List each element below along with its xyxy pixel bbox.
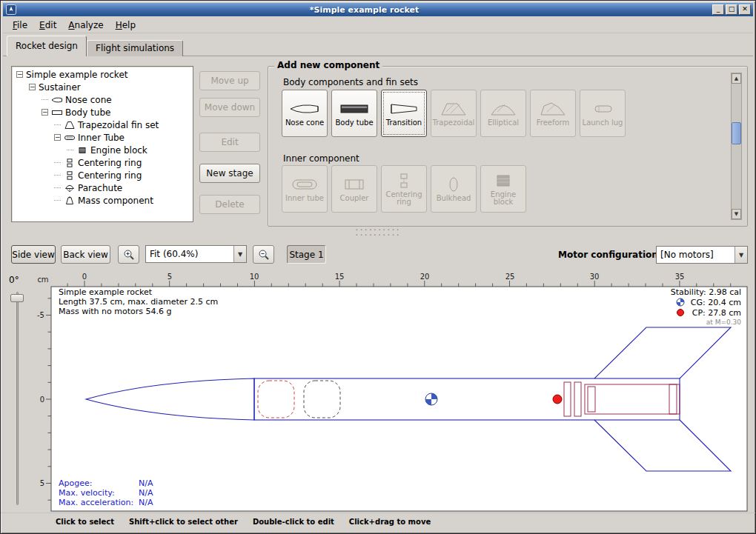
- move-up-button[interactable]: Move up: [199, 71, 260, 90]
- nosecone-icon: [51, 96, 63, 104]
- component-button-label: Body tube: [335, 119, 373, 127]
- tree-item-label: Parachute: [78, 183, 122, 193]
- tree-item-parachute[interactable]: Parachute: [12, 181, 193, 194]
- component-button-label: Freeform: [537, 119, 570, 127]
- component-tree[interactable]: −Simple example rocket−SustainerNose con…: [11, 66, 193, 222]
- motor-configuration-select[interactable]: [No motors] ▼: [656, 246, 748, 264]
- body-tube-button[interactable]: Body tube: [331, 90, 377, 137]
- tree-item-engine-block[interactable]: Engine block: [12, 144, 193, 156]
- fin-icon: [64, 121, 76, 130]
- freeform-button[interactable]: Freeform: [530, 90, 576, 137]
- rotation-slider-thumb[interactable]: [10, 294, 24, 302]
- innertube-icon: [288, 176, 321, 193]
- menu-help[interactable]: Help: [110, 18, 142, 33]
- apogee-label: Apogee:: [59, 478, 92, 488]
- max-acceleration-label: Max. acceleration:: [59, 498, 133, 507]
- tree-item-inner-tube[interactable]: −Inner Tube: [12, 131, 193, 144]
- add-component-group: Add new component Body components and fi…: [268, 66, 748, 227]
- tree-item-label: Mass component: [78, 196, 153, 206]
- rocket-figure[interactable]: cm 0 5 10 15 20 25 30 35 -5 0 5: [35, 271, 748, 512]
- maximize-button[interactable]: □: [726, 4, 737, 15]
- tree-expander-icon[interactable]: −: [16, 71, 23, 78]
- minimize-button[interactable]: _: [712, 4, 724, 15]
- max-velocity-label: Max. velocity:: [59, 488, 115, 498]
- split-pane-grip[interactable]: ····················: [1, 227, 755, 239]
- ruler-unit-label: cm: [37, 276, 48, 284]
- scrollbar-track[interactable]: [732, 84, 741, 209]
- tree-item-trapezoidal-fin-set[interactable]: Trapezoidal fin set: [12, 119, 193, 131]
- tree-item-label: Nose cone: [65, 95, 112, 105]
- trapezoidal-button[interactable]: Trapezoidal: [431, 90, 477, 137]
- figure-canvas[interactable]: [51, 287, 747, 511]
- tree-expander-icon[interactable]: −: [54, 134, 61, 141]
- bulkhead-button[interactable]: Bulkhead: [431, 165, 477, 213]
- scroll-down-icon[interactable]: ▼: [732, 209, 741, 219]
- freeform-icon: [537, 100, 569, 118]
- status-hint: Double-click to edit: [253, 518, 334, 532]
- zoom-in-button[interactable]: [118, 245, 139, 264]
- bulkhead-icon: [437, 176, 470, 193]
- component-button-label: Transition: [386, 119, 422, 127]
- side-view-button[interactable]: Side view: [11, 245, 56, 264]
- tree-item-body-tube[interactable]: −Body tube: [12, 106, 193, 119]
- h-tick-label: 20: [420, 273, 430, 281]
- close-button[interactable]: ✕: [739, 4, 751, 15]
- stage-1-toggle[interactable]: Stage 1: [287, 245, 326, 264]
- trapezoidal-icon: [437, 100, 470, 118]
- coupler-button[interactable]: Coupler: [331, 165, 377, 213]
- cp-value-label: CP: 27.8 cm: [692, 308, 741, 318]
- scrollbar[interactable]: ▲ ▼: [731, 73, 742, 220]
- elliptical-button[interactable]: Elliptical: [480, 90, 526, 137]
- zoom-select[interactable]: Fit (60.4%) ▼: [145, 245, 247, 263]
- tree-item-label: Body tube: [65, 107, 110, 118]
- engine-block-button[interactable]: Engine block: [480, 165, 526, 213]
- title-bar[interactable]: *Simple example rocket _ □ ✕: [3, 3, 753, 16]
- transition-icon: [388, 100, 420, 118]
- transition-button[interactable]: Transition: [381, 90, 427, 137]
- component-button-label: Trapezoidal: [433, 119, 475, 127]
- menu-edit[interactable]: Edit: [33, 18, 62, 33]
- app-icon[interactable]: [6, 4, 16, 15]
- rotation-slider[interactable]: [16, 292, 19, 505]
- horizontal-ruler: [35, 271, 748, 287]
- component-button-label: Engine block: [483, 191, 524, 207]
- chevron-down-icon[interactable]: ▼: [233, 246, 246, 262]
- cg-marker: [425, 393, 437, 405]
- tab-flight-simulations[interactable]: Flight simulations: [87, 40, 183, 56]
- inner-tube-button[interactable]: Inner tube: [282, 165, 328, 213]
- tree-item-centering-ring[interactable]: Centering ring: [12, 169, 193, 181]
- tree-expander-icon[interactable]: −: [29, 84, 36, 90]
- scrollbar-thumb[interactable]: [732, 122, 741, 144]
- back-view-button[interactable]: Back view: [61, 245, 110, 264]
- scroll-up-icon[interactable]: ▲: [732, 73, 741, 84]
- mass-icon: [64, 196, 76, 205]
- tab-rocket-design[interactable]: Rocket design: [7, 36, 87, 56]
- tree-item-sustainer[interactable]: −Sustainer: [12, 81, 193, 93]
- tree-item-simple-example-rocket[interactable]: −Simple example rocket: [12, 68, 193, 81]
- nose-cone-button[interactable]: Nose cone: [282, 90, 328, 137]
- tree-connector: [54, 124, 61, 125]
- new-stage-button[interactable]: New stage: [199, 164, 260, 183]
- rocket-mass-label: Mass with no motors 54.6 g: [59, 307, 171, 316]
- centeringring-icon: [64, 171, 76, 180]
- centering-ring-button[interactable]: Centering ring: [381, 165, 427, 213]
- chevron-down-icon[interactable]: ▼: [735, 247, 747, 263]
- launch-lug-button[interactable]: Launch lug: [580, 90, 626, 137]
- apogee-value: N/A: [139, 478, 153, 488]
- move-down-button[interactable]: Move down: [199, 98, 260, 117]
- delete-button[interactable]: Delete: [199, 195, 260, 214]
- edit-button[interactable]: Edit: [199, 133, 260, 152]
- rotation-angle-label: 0°: [9, 275, 19, 285]
- tree-expander-icon[interactable]: −: [42, 109, 48, 116]
- menu-analyze[interactable]: Analyze: [62, 18, 109, 33]
- tree-item-centering-ring[interactable]: Centering ring: [12, 156, 193, 169]
- tree-item-label: Engine block: [90, 145, 147, 156]
- engineblock-icon: [487, 172, 520, 190]
- engineblock-icon: [76, 146, 88, 155]
- menu-file[interactable]: File: [7, 18, 33, 33]
- zoom-out-button[interactable]: [253, 245, 274, 264]
- tree-item-nose-cone[interactable]: Nose cone: [12, 93, 193, 106]
- elliptical-icon: [487, 100, 520, 118]
- tree-item-mass-component[interactable]: Mass component: [12, 194, 193, 207]
- centeringring-icon: [64, 158, 76, 167]
